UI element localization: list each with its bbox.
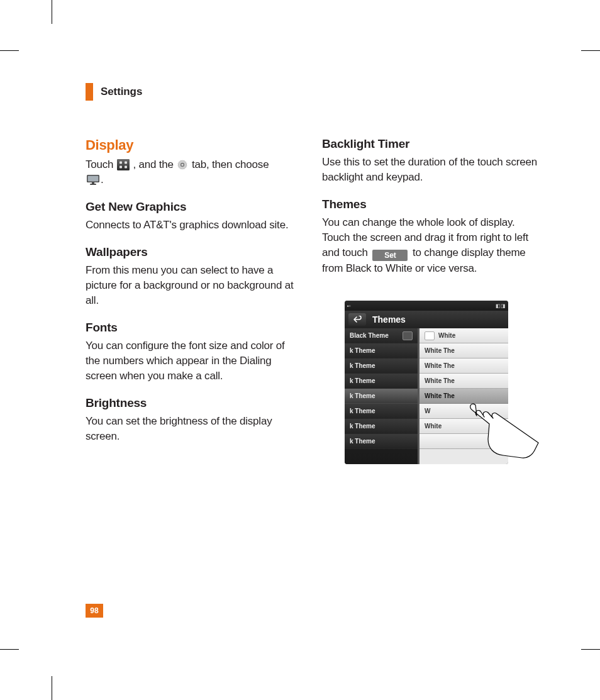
back-icon (348, 313, 366, 326)
svg-rect-11 (92, 182, 94, 184)
list-item-label: White (438, 332, 455, 339)
list-item-label: k Theme (350, 392, 375, 399)
status-right: ◧◨ (496, 303, 506, 309)
screens-row: Black Themek Themek Themek Themek Themek… (345, 328, 508, 464)
text: tab, then choose (192, 158, 269, 170)
text: . (101, 174, 104, 186)
svg-rect-3 (119, 166, 122, 169)
page-header: Settings (86, 83, 142, 101)
phone-shell: ▪▫ ◧◨ Themes Black Themek Themek Themek … (345, 301, 508, 464)
list-item: k Theme (345, 404, 418, 419)
list-item-label: White The (425, 362, 455, 369)
set-button-inline: Set (372, 250, 408, 261)
backlight-body: Use this to set the duration of the touc… (322, 155, 538, 185)
black-theme-list: Black Themek Themek Themek Themek Themek… (345, 328, 418, 464)
svg-rect-1 (117, 159, 130, 170)
thumb-icon (425, 331, 435, 340)
page: Settings Display Touch (0, 0, 600, 700)
crop-mark (581, 50, 600, 51)
get-new-graphics-body: Connects to AT&T's graphics download sit… (86, 218, 302, 233)
wallpapers-body: From this menu you can select to have a … (86, 263, 302, 308)
list-item: White The (419, 374, 508, 389)
list-item: White The (419, 389, 508, 404)
svg-rect-4 (125, 162, 127, 164)
set-button-label: Set (384, 248, 396, 263)
list-item-label: k Theme (350, 347, 375, 354)
gear-icon (177, 159, 188, 170)
svg-rect-2 (119, 162, 122, 164)
screen-title: Themes (372, 314, 406, 325)
crop-mark (0, 649, 19, 650)
list-item: White (419, 419, 508, 434)
brightness-body: You can set the brightness of the displa… (86, 414, 302, 444)
page-number-value: 98 (90, 606, 98, 615)
display-heading: Display (86, 137, 302, 153)
list-item-label: k Theme (350, 423, 375, 430)
list-item-label: White The (425, 347, 455, 354)
list-item-label: White The (425, 377, 455, 384)
list-item (419, 434, 508, 449)
svg-rect-5 (125, 166, 127, 169)
crop-mark (581, 649, 600, 650)
text: Touch (86, 158, 113, 170)
list-item: White (419, 328, 508, 343)
left-column: Display Touch , and the (86, 137, 302, 447)
backlight-heading: Backlight Timer (322, 137, 538, 151)
status-left: ▪▫ (347, 303, 351, 309)
title-bar: Themes (345, 311, 508, 328)
fonts-heading: Fonts (86, 321, 302, 335)
list-item-label: k Theme (350, 438, 375, 445)
wallpapers-heading: Wallpapers (86, 245, 302, 259)
crop-mark (52, 676, 52, 700)
list-item: White The (419, 343, 508, 358)
list-item: k Theme (345, 374, 418, 389)
crop-mark (0, 50, 19, 51)
list-item: k Theme (345, 343, 418, 358)
page-number: 98 (86, 604, 103, 618)
fonts-body: You can configure the font size and colo… (86, 338, 302, 384)
brightness-heading: Brightness (86, 396, 302, 410)
list-item: k Theme (345, 434, 418, 449)
header-title: Settings (101, 86, 142, 98)
get-new-graphics-heading: Get New Graphics (86, 200, 302, 214)
white-theme-list: WhiteWhite TheWhite TheWhite TheWhite Th… (418, 328, 508, 464)
svg-rect-10 (88, 176, 99, 182)
themes-heading: Themes (322, 197, 538, 211)
text: , and the (133, 158, 173, 170)
list-item-label: White (425, 423, 442, 430)
list-item: Black Theme (345, 328, 418, 343)
monitor-icon (86, 174, 100, 186)
svg-point-8 (182, 164, 184, 165)
list-item: W (419, 404, 508, 419)
list-item-label: k Theme (350, 408, 375, 414)
themes-body: You can change the whole look of display… (322, 215, 538, 276)
status-bar: ▪▫ ◧◨ (345, 301, 508, 311)
list-item-label: k Theme (350, 377, 375, 384)
list-item: k Theme (345, 389, 418, 404)
list-item-label: Black Theme (350, 332, 389, 339)
list-item: White The (419, 358, 508, 374)
list-item-label: White The (425, 392, 455, 399)
apps-icon (117, 159, 130, 170)
themes-screenshot-figure: ▪▫ ◧◨ Themes Black Themek Themek Themek … (345, 301, 508, 464)
list-item-label: W (425, 408, 430, 414)
display-intro: Touch , and the (86, 157, 302, 187)
svg-rect-12 (90, 184, 96, 185)
header-accent-bar (86, 83, 93, 101)
list-item-label: k Theme (350, 362, 375, 369)
list-item: k Theme (345, 419, 418, 434)
crop-mark (52, 0, 52, 24)
thumb-icon (403, 331, 413, 340)
list-item: k Theme (345, 358, 418, 374)
